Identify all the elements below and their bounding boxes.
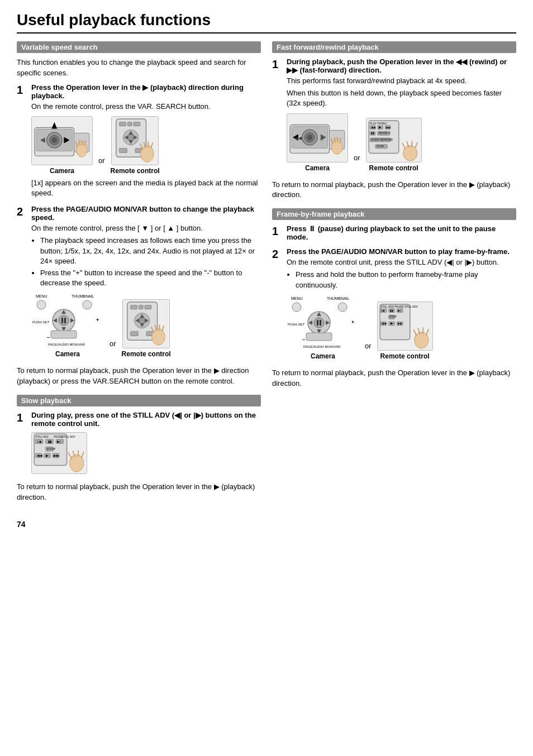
slow-step1-body: During play, press one of the STILL ADV … — [31, 411, 261, 477]
ff-camera-label: Camera — [305, 164, 330, 172]
step1-detail2: [1x] appears on the screen and the media… — [31, 178, 261, 198]
fbf-or: or — [365, 342, 372, 360]
svg-rect-130 — [320, 320, 321, 326]
fbf-remote-label: Remote control — [380, 352, 430, 360]
ff-remote-label: Remote control — [369, 164, 418, 172]
step1-body: Press the Operation lever in the ▶ (play… — [31, 83, 261, 201]
svg-text:▮▮: ▮▮ — [371, 132, 374, 135]
svg-point-53 — [139, 318, 145, 324]
svg-line-87 — [82, 452, 84, 458]
step1-or: or — [98, 156, 105, 175]
variable-speed-intro: This function enables you to change the … — [17, 58, 261, 79]
svg-line-30 — [151, 143, 153, 148]
svg-rect-15 — [120, 122, 126, 126]
fbf-step2: 2 Press the PAGE/AUDIO MON/VAR button to… — [272, 247, 516, 363]
fbf-camera-box: MENU THUMBNAIL — [287, 295, 359, 360]
svg-text:+: + — [96, 317, 99, 323]
svg-rect-47 — [51, 331, 77, 338]
svg-rect-58 — [131, 332, 139, 336]
svg-text:▶: ▶ — [46, 454, 49, 457]
svg-text:▶|: ▶| — [398, 308, 401, 312]
step1-remote-box: Remote control — [111, 116, 160, 175]
slow-step1-img-row: STILL ADV PAUSE STILL ADV |◀ ▮▮ — [31, 432, 261, 474]
variable-speed-section: Variable speed search This function enab… — [17, 41, 261, 387]
variable-speed-header: Variable speed search — [17, 41, 261, 53]
svg-text:PAGE/AUDIO MON/VAR: PAGE/AUDIO MON/VAR — [48, 343, 85, 346]
fbf-bullet1: Press and hold the button to perform fra… — [296, 270, 516, 290]
svg-text:STILL ADV PAUSE STILL ADV: STILL ADV PAUSE STILL ADV — [380, 305, 418, 308]
svg-text:STILL ADV: STILL ADV — [62, 436, 76, 438]
svg-rect-37 — [61, 318, 63, 323]
step1-camera-diagram — [31, 116, 93, 165]
fbf-step1-body: Press ⏸ (pause) during playback to set t… — [287, 224, 516, 243]
svg-point-128 — [314, 318, 324, 328]
step2-remote-box: Remote control — [122, 299, 171, 358]
fbf-after-step2: To return to normal playback, push the O… — [272, 368, 516, 389]
frame-by-frame-header: Frame-by-frame playback — [272, 208, 516, 220]
fbf-step2-body: Press the PAGE/AUDIO MON/VAR button to p… — [287, 247, 516, 363]
frame-by-frame-content: 1 Press ⏸ (pause) during playback to set… — [272, 224, 516, 389]
step2-num: 2 — [17, 205, 27, 361]
ff-camera-box: ◀◀ Camera — [287, 113, 348, 172]
fbf-bullets: Press and hold the button to perform fra… — [296, 270, 516, 290]
svg-text:MENU: MENU — [291, 296, 303, 300]
right-column: Fast forward/rewind playback 1 During pl… — [272, 41, 516, 511]
fbf-step1-bold: Press ⏸ (pause) during playback to set t… — [287, 224, 516, 241]
slow-remote-diagram: STILL ADV PAUSE STILL ADV |◀ ▮▮ — [31, 432, 87, 474]
svg-text:▶▶: ▶▶ — [386, 126, 391, 128]
slow-step1-bold: During play, press one of the STILL ADV … — [31, 411, 261, 428]
svg-text:STOP: STOP — [389, 315, 396, 318]
svg-point-126 — [338, 303, 347, 312]
svg-text:THUMBNAIL: THUMBNAIL — [72, 294, 94, 298]
step2-camera-diagram: MENU THUMBNAIL — [31, 293, 104, 348]
page-title: Useful playback functions — [17, 11, 516, 34]
slow-remote-box: STILL ADV PAUSE STILL ADV |◀ ▮▮ — [31, 432, 87, 474]
svg-text:PLAY   FF/REC: PLAY FF/REC — [370, 122, 387, 125]
svg-point-125 — [292, 303, 301, 312]
fbf-step2-bold: Press the PAGE/AUDIO MON/VAR button to p… — [287, 247, 516, 256]
step2-detail1: On the remote control, press the [ ▼ ] o… — [31, 223, 261, 233]
svg-text:◀◀: ◀◀ — [371, 126, 375, 128]
svg-line-84 — [69, 453, 72, 459]
svg-text:▶▶: ▶▶ — [54, 454, 59, 457]
fbf-remote-diagram: STILL ADV PAUSE STILL ADV |◀ ▮▮ ▶| — [377, 302, 433, 351]
svg-text:▮▮: ▮▮ — [389, 308, 393, 312]
svg-text:STOP: STOP — [47, 447, 56, 451]
left-column: Variable speed search This function enab… — [17, 41, 261, 511]
fbf-step2-detail1: On the remote control unit, press the ST… — [287, 257, 516, 267]
svg-text:◀◀: ◀◀ — [295, 135, 302, 140]
svg-text:PAGE/AUDIO MON/VAR: PAGE/AUDIO MON/VAR — [303, 345, 341, 348]
step1-bold: Press the Operation lever in the ▶ (play… — [31, 83, 261, 100]
slow-playback-content: 1 During play, press one of the STILL AD… — [17, 411, 261, 503]
fbf-remote-box: STILL ADV PAUSE STILL ADV |◀ ▮▮ ▶| — [377, 302, 433, 360]
fbf-step1-num: 1 — [272, 224, 282, 243]
ff-step1-body: During playback, push the Operation leve… — [287, 58, 516, 175]
step2-remote-label: Remote control — [122, 350, 171, 358]
slow-after-step1: To return to normal playback, push the O… — [17, 482, 261, 503]
step2-bullet2: Press the "+" button to increase the spe… — [40, 268, 261, 288]
svg-text:|◀: |◀ — [382, 308, 384, 312]
fast-forward-content: 1 During playback, push the Operation le… — [272, 58, 516, 200]
svg-text:AUDIO MON/VAR: AUDIO MON/VAR — [371, 138, 393, 141]
ff-step1-num: 1 — [272, 58, 282, 175]
svg-text:◀◀: ◀◀ — [37, 454, 42, 457]
variable-speed-step2: 2 Press the PAGE/AUDIO MON/VAR button to… — [17, 205, 261, 361]
frame-by-frame-section: Frame-by-frame playback 1 Press ⏸ (pause… — [272, 208, 516, 389]
svg-rect-50 — [139, 305, 143, 309]
svg-text:PUSH-SET: PUSH-SET — [288, 323, 305, 326]
svg-text:▶|: ▶| — [57, 440, 61, 443]
ff-camera-diagram: ◀◀ — [287, 113, 348, 162]
svg-text:◀◀: ◀◀ — [382, 322, 386, 325]
svg-text:PUSH-SET: PUSH-SET — [32, 320, 50, 324]
slow-step1: 1 During play, press one of the STILL AD… — [17, 411, 261, 477]
step1-camera-box: Camera — [31, 116, 93, 175]
step1-detail1: On the remote control, press the VAR. SE… — [31, 102, 261, 112]
step1-img-row: Camera or — [31, 116, 261, 175]
step1-camera-label: Camera — [50, 167, 74, 175]
svg-point-33 — [37, 300, 46, 309]
svg-text:THUMBNAIL: THUMBNAIL — [327, 296, 350, 300]
svg-text:▶: ▶ — [390, 322, 393, 325]
ff-step1-detail2: When this button is held down, the playb… — [287, 88, 516, 108]
svg-text:–: – — [302, 337, 305, 342]
fast-forward-header: Fast forward/rewind playback — [272, 41, 516, 53]
